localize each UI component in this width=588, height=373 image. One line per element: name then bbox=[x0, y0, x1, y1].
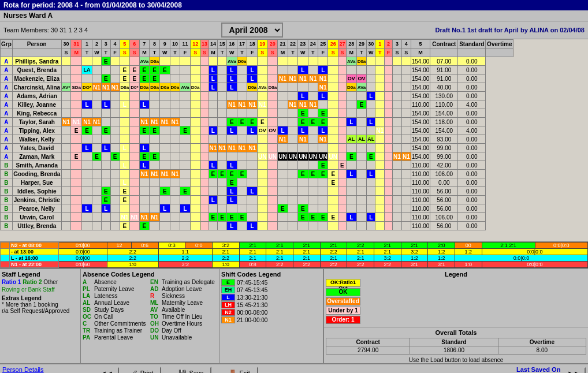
day-header-11: 11 bbox=[180, 40, 191, 49]
rota-wrapper[interactable]: Grp Person 30 31 1 2 3 4 5 6 7 8 9 10 11 bbox=[0, 39, 588, 241]
legend-order: Order: 1 bbox=[326, 316, 586, 324]
absence-item-ad: AD Adoption Leave bbox=[150, 286, 217, 292]
absence-item-oh: OH Overtime Hours bbox=[150, 320, 217, 327]
absence-item-av: AV Available bbox=[150, 307, 217, 313]
table-row: A Mackenzie, Eliza E EE EE L L L N1N1 N1… bbox=[1, 74, 513, 83]
absence-legend-panel: Absence Codes Legend A Absence EN Traini… bbox=[81, 269, 219, 363]
printer-icon: 🖨 bbox=[132, 370, 138, 373]
header-row: Team Members: 30 31 1 2 3 4 April 2008 D… bbox=[0, 21, 588, 39]
shift-n2: N2 00:00-08:00 bbox=[221, 309, 321, 316]
absence-item-a: A Absence bbox=[83, 279, 150, 285]
staff-legend-panel: Staff Legend Ratio 1 Ratio 2 Other Rovin… bbox=[0, 269, 81, 363]
absence-item-en: EN Training as Delegate bbox=[150, 279, 217, 285]
table-row: A King, Rebecca E E bbox=[1, 109, 513, 118]
day-header-m4: 4 bbox=[401, 40, 411, 49]
day-header-6: 6 bbox=[130, 40, 139, 49]
shift-lh: LH 15:45-21:30 bbox=[221, 301, 321, 308]
day-header-27: 27 bbox=[338, 40, 346, 49]
table-row: A Phillips, Sandra E AVaD0a AVaD0a bbox=[1, 57, 513, 66]
absence-item-c: C Other Commitments bbox=[83, 320, 150, 327]
table-row: A Yates, David L L L L N1N1 N1N1 N1 bbox=[1, 144, 513, 152]
day-header-19: 19 bbox=[258, 40, 268, 49]
overall-totals-table: Contract Standard Overtime 2794.00 1806.… bbox=[326, 338, 586, 355]
absence-item-pa: PA Parental Leave bbox=[83, 334, 150, 341]
absence-item-do: DO Day Off bbox=[150, 327, 217, 334]
day-header-8: 8 bbox=[150, 40, 160, 49]
day-header-30: 30 bbox=[61, 40, 71, 49]
stats-area: N2 - at 08:00 0:0|00 12 0:6 0:3 0:0 3:2 … bbox=[0, 241, 588, 268]
print-button[interactable]: 🖨 Print bbox=[124, 367, 162, 373]
person-details-link[interactable]: Person Details bbox=[2, 366, 95, 373]
day-header-22: 22 bbox=[288, 40, 297, 49]
stats-row-n122: N1 - at 22:00 0:0|60 1:0 3:2 1:0 0:8 2:2… bbox=[1, 262, 588, 268]
absence-codes-grid: A Absence EN Training as Delegate PL Pat… bbox=[83, 279, 217, 341]
prev-button[interactable]: ◄◄ bbox=[95, 367, 119, 373]
stats-row-n2: N2 - at 08:00 0:0|00 12 0:6 0:3 0:0 3:2 … bbox=[1, 243, 588, 249]
month-selector[interactable]: April 2008 bbox=[90, 23, 414, 38]
absence-item-oc: OC On Call bbox=[83, 314, 150, 320]
stats-row-13: - at 13:00 0:0|00 2:2 1:1 2:1 2:1 2:1 2:… bbox=[1, 249, 588, 255]
day-header-23: 23 bbox=[298, 40, 308, 49]
table-row: A Taylor, Sarah N1N1 N1N1 N1N1 N1N1 EE E… bbox=[1, 118, 513, 126]
day-header-15: 15 bbox=[218, 40, 227, 49]
table-row: B Pearce, Nelly L L L L E E bbox=[1, 204, 513, 213]
legend-ok-ratio1: OK:Ratio1 Out bbox=[326, 279, 586, 287]
save-button[interactable]: 💾 Save bbox=[170, 367, 211, 374]
day-header-m1: 1 bbox=[375, 40, 385, 49]
ward-name: Nurses Ward A bbox=[3, 12, 53, 20]
table-row: B Urwin, Carol N1N1 N1N1 EE EE EE E bbox=[1, 213, 513, 222]
day-header-30b: 30 bbox=[367, 40, 375, 49]
day-header-7: 7 bbox=[139, 40, 150, 49]
table-row: A Quest, Brenda LA EE EE E L L L L L bbox=[1, 66, 513, 74]
legend-overstaffed: Overstaffed bbox=[326, 297, 586, 305]
day-header-10: 10 bbox=[170, 40, 180, 49]
day-header-m2: 2 bbox=[385, 40, 393, 49]
table-row: B Harper, Sue L E E bbox=[1, 178, 513, 187]
absence-item-un: UN Unavailable bbox=[150, 334, 217, 341]
shift-e: E 07:45-15:45 bbox=[221, 279, 321, 286]
footer-links: Person Details Person's Annual Attendanc… bbox=[2, 366, 95, 373]
info-panels: Staff Legend Ratio 1 Ratio 2 Other Rovin… bbox=[0, 268, 588, 363]
grp-header: Grp bbox=[1, 40, 13, 49]
rota-table: Grp Person 30 31 1 2 3 4 5 6 7 8 9 10 11 bbox=[0, 39, 513, 230]
extras-legend: Extras Legend * More than 1 booking r/a … bbox=[2, 295, 79, 314]
standard-header: Standard bbox=[458, 40, 486, 49]
shift-legend-panel: Shift Codes Legend E 07:45-15:45 EH 07:4… bbox=[219, 269, 323, 363]
day-header-20: 20 bbox=[267, 40, 278, 49]
table-row: A Walker, Kelly N1 N1 N1 bbox=[1, 135, 513, 144]
day-header-1: 1 bbox=[81, 40, 92, 49]
ward-bar: Nurses Ward A bbox=[0, 10, 588, 21]
title-text: Rota for period: 2008 4 - from 01/04/200… bbox=[3, 1, 182, 9]
day-header-3: 3 bbox=[101, 40, 110, 49]
exit-icon: 🚪 bbox=[229, 370, 237, 374]
day-header-2: 2 bbox=[92, 40, 102, 49]
shift-n1: N1 21:00-00:00 bbox=[221, 316, 321, 323]
legend-ok: OK bbox=[326, 288, 586, 296]
person-header: Person bbox=[12, 40, 61, 49]
table-row: B Smith, Amanda L L L L E E bbox=[1, 161, 513, 170]
team-members-label: Team Members: 30 31 1 2 3 4 bbox=[1, 27, 90, 33]
legend-panel: Legend OK:Ratio1 Out OK Overstaffed Unde… bbox=[323, 269, 588, 327]
day-header-29: 29 bbox=[356, 40, 367, 49]
absence-item-pl: PL Paternity Leave bbox=[83, 286, 150, 292]
footer-bar: Person Details Person's Annual Attendanc… bbox=[0, 363, 588, 373]
day-header-16: 16 bbox=[227, 40, 237, 49]
day-header-18: 18 bbox=[247, 40, 258, 49]
overtime-header: Overtime bbox=[486, 40, 513, 49]
contract-header: Contract bbox=[430, 40, 458, 49]
ratio-box: Ratio 1 Ratio 2 Other bbox=[2, 279, 79, 285]
month-dropdown[interactable]: April 2008 bbox=[221, 23, 283, 38]
exit-button[interactable]: 🚪 Exit bbox=[221, 367, 258, 374]
table-row: A Charcinski, Alina AV*SDa DO*N1 N1N1 D0… bbox=[1, 83, 513, 92]
stats-row-l16: L - at 16:00 0:0|00 2:2 2:2 2:2 2:1 2:1 … bbox=[1, 255, 588, 262]
day-header-17: 17 bbox=[237, 40, 247, 49]
day-header-m3: 3 bbox=[393, 40, 402, 49]
shift-legend-title: Shift Codes Legend bbox=[221, 271, 321, 278]
absence-item-to: TO Time Off In Lieu bbox=[150, 314, 217, 320]
absence-item-r: R Sickness bbox=[150, 293, 217, 299]
absence-legend-title: Absence Codes Legend bbox=[83, 271, 217, 278]
day-header-5: 5 bbox=[120, 40, 130, 49]
day-header-28: 28 bbox=[346, 40, 356, 49]
last-saved: Last Saved On 03/04/08 17:39 bbox=[515, 366, 561, 373]
next-button[interactable]: ►► bbox=[561, 367, 586, 373]
